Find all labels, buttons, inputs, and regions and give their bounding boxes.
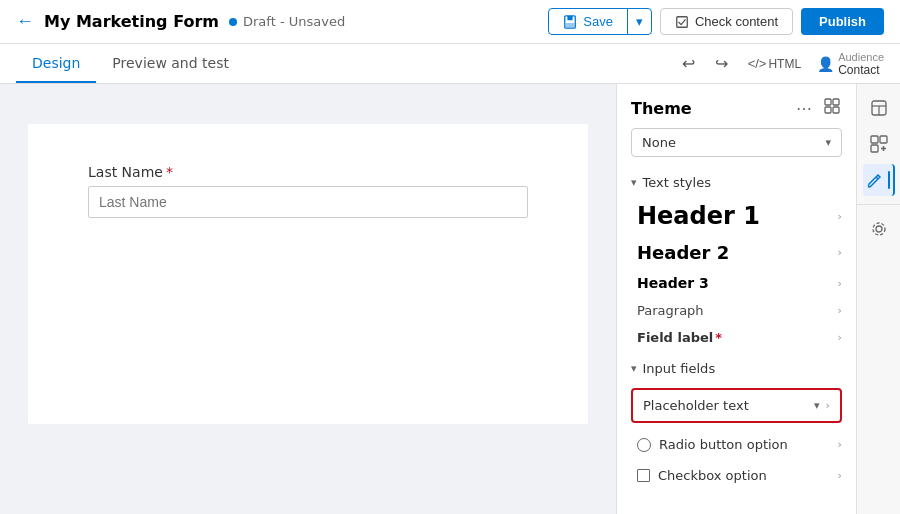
- placeholder-item[interactable]: Placeholder text ▾ ›: [631, 388, 842, 423]
- paragraph-label: Paragraph: [637, 303, 704, 318]
- theme-dropdown-label: None: [642, 135, 676, 150]
- save-icon: [563, 15, 577, 29]
- svg-rect-3: [677, 16, 688, 27]
- theme-actions: ⋯: [794, 96, 842, 120]
- svg-rect-13: [871, 145, 878, 152]
- sidebar-settings-icon[interactable]: [863, 213, 895, 245]
- save-dropdown-button[interactable]: ▾: [627, 9, 651, 34]
- svg-rect-11: [871, 136, 878, 143]
- placeholder-right: ▾ ›: [814, 399, 830, 412]
- draft-label: Draft - Unsaved: [243, 14, 345, 29]
- gear-icon: [870, 220, 888, 238]
- svg-point-18: [873, 223, 885, 235]
- topbar: ← My Marketing Form Draft - Unsaved Save…: [0, 0, 900, 44]
- navtabs: Design Preview and test ↩ ↪ </> HTML 👤 A…: [0, 44, 900, 84]
- redo-button[interactable]: ↪: [711, 50, 732, 77]
- text-styles-chevron-icon: ▾: [631, 176, 637, 189]
- input-fields-chevron-icon: ▾: [631, 362, 637, 375]
- audience-icon: 👤: [817, 56, 834, 72]
- svg-rect-4: [825, 99, 831, 105]
- html-button[interactable]: </> HTML: [744, 52, 805, 75]
- navtabs-left: Design Preview and test: [16, 44, 245, 83]
- checkbox-item-left: Checkbox option: [637, 468, 767, 483]
- add-block-icon: [870, 135, 888, 153]
- save-button[interactable]: Save: [549, 9, 627, 34]
- draft-badge: Draft - Unsaved: [229, 14, 345, 29]
- placeholder-left: Placeholder text: [643, 398, 749, 413]
- field-label-chevron-icon: ›: [838, 331, 842, 344]
- radio-circle-icon: [637, 438, 651, 452]
- svg-point-17: [876, 226, 882, 232]
- theme-dropdown[interactable]: None ▾: [631, 128, 842, 157]
- main-layout: Last Name* Theme ⋯: [0, 84, 900, 514]
- header1-label: Header 1: [637, 202, 760, 230]
- active-indicator: [888, 171, 890, 189]
- header2-label: Header 2: [637, 242, 729, 263]
- field-label-item[interactable]: Field label* ›: [617, 324, 856, 351]
- header1-chevron-icon: ›: [838, 210, 842, 223]
- header3-chevron-icon: ›: [838, 277, 842, 290]
- theme-title: Theme: [631, 99, 692, 118]
- paint-brush-icon: [866, 171, 884, 189]
- radio-chevron-icon: ›: [838, 438, 842, 451]
- header1-item[interactable]: Header 1 ›: [617, 196, 856, 236]
- placeholder-chevron-icon: ›: [826, 399, 830, 412]
- right-panel: Theme ⋯ None ▾: [616, 84, 900, 514]
- audience-button[interactable]: 👤 Audience Contact: [817, 51, 884, 77]
- topbar-right: Save ▾ Check content Publish: [548, 8, 884, 35]
- grid-icon: [824, 98, 840, 114]
- input-fields-label: Input fields: [643, 361, 716, 376]
- field-label: Last Name*: [88, 164, 528, 180]
- back-icon: ←: [16, 11, 34, 31]
- publish-button[interactable]: Publish: [801, 8, 884, 35]
- svg-line-16: [876, 177, 878, 179]
- theme-more-button[interactable]: ⋯: [794, 97, 814, 120]
- tab-design[interactable]: Design: [16, 44, 96, 83]
- checkbox-square-icon: [637, 469, 650, 482]
- code-icon: </>: [748, 56, 767, 71]
- checkbox-label: Checkbox option: [658, 468, 767, 483]
- header3-item[interactable]: Header 3 ›: [617, 269, 856, 297]
- text-styles-section[interactable]: ▾ Text styles: [617, 169, 856, 196]
- sidebar-divider: [857, 204, 900, 205]
- back-button[interactable]: ←: [16, 11, 34, 32]
- layout-icon: [870, 99, 888, 117]
- header3-label: Header 3: [637, 275, 709, 291]
- tab-preview[interactable]: Preview and test: [96, 44, 245, 83]
- checkbox-item[interactable]: Checkbox option ›: [617, 460, 856, 491]
- theme-grid-button[interactable]: [822, 96, 842, 120]
- svg-rect-7: [833, 107, 839, 113]
- svg-rect-6: [825, 107, 831, 113]
- check-content-button[interactable]: Check content: [660, 8, 793, 35]
- placeholder-dropdown-icon: ▾: [814, 399, 820, 412]
- radio-item-left: Radio button option: [637, 437, 788, 452]
- undo-button[interactable]: ↩: [678, 50, 699, 77]
- paragraph-item[interactable]: Paragraph ›: [617, 297, 856, 324]
- required-star: *: [166, 164, 173, 180]
- input-fields-section[interactable]: ▾ Input fields: [617, 355, 856, 382]
- header2-chevron-icon: ›: [838, 246, 842, 259]
- sidebar-layout-icon[interactable]: [863, 92, 895, 124]
- checkbox-chevron-icon: ›: [838, 469, 842, 482]
- panel-main: Theme ⋯ None ▾: [616, 84, 856, 514]
- header2-item[interactable]: Header 2 ›: [617, 236, 856, 269]
- radio-button-label: Radio button option: [659, 437, 788, 452]
- sidebar-styles-icon[interactable]: [863, 164, 895, 196]
- check-content-icon: [675, 15, 689, 29]
- form-canvas: Last Name*: [28, 124, 588, 424]
- radio-button-item[interactable]: Radio button option ›: [617, 429, 856, 460]
- sidebar-add-icon[interactable]: [863, 128, 895, 160]
- draft-dot-icon: [229, 18, 237, 26]
- panel-sidebar: [856, 84, 900, 514]
- svg-rect-12: [880, 136, 887, 143]
- svg-rect-1: [568, 15, 573, 19]
- paragraph-chevron-icon: ›: [838, 304, 842, 317]
- canvas: Last Name*: [0, 84, 616, 514]
- theme-header: Theme ⋯: [617, 84, 856, 128]
- field-label-style-label: Field label*: [637, 330, 722, 345]
- topbar-left: ← My Marketing Form Draft - Unsaved: [16, 11, 345, 32]
- last-name-input[interactable]: [88, 186, 528, 218]
- navtabs-right: ↩ ↪ </> HTML 👤 Audience Contact: [678, 50, 884, 77]
- text-styles-label: Text styles: [643, 175, 711, 190]
- form-title: My Marketing Form: [44, 12, 219, 31]
